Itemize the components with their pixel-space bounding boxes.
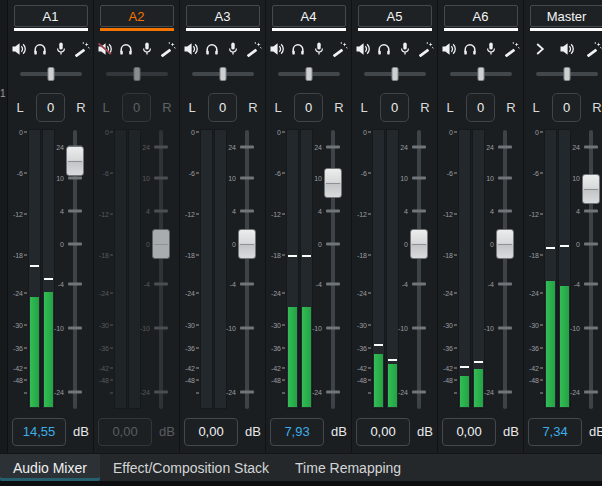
balance-spinbox[interactable]: 0 — [552, 93, 581, 122]
mute-icon[interactable] — [11, 41, 27, 57]
meter-scale-label — [109, 390, 113, 397]
pan-slider[interactable] — [192, 67, 254, 81]
track-label-button[interactable]: A5 — [358, 5, 432, 27]
volume-fader[interactable]: 241040-4-10-24 — [139, 129, 179, 410]
fader-scale-label: 0 — [490, 240, 494, 247]
record-icon[interactable] — [483, 41, 499, 57]
effects-icon[interactable] — [332, 41, 348, 57]
pan-slider-handle[interactable] — [133, 67, 140, 81]
pan-slider-handle[interactable] — [219, 67, 226, 81]
solo-icon[interactable] — [462, 41, 478, 57]
record-icon[interactable] — [139, 41, 155, 57]
mute-icon[interactable] — [355, 41, 371, 57]
fader-track[interactable] — [245, 130, 249, 409]
solo-icon[interactable] — [376, 41, 392, 57]
volume-value-input[interactable]: 0,00 — [98, 418, 152, 446]
volume-fader-handle[interactable] — [324, 168, 342, 198]
effects-icon[interactable] — [418, 41, 434, 57]
pan-slider-handle[interactable] — [563, 67, 570, 81]
pan-slider[interactable] — [536, 67, 598, 81]
volume-fader[interactable]: 241040-4-10-24 — [53, 129, 93, 410]
fader-tick — [240, 282, 254, 285]
fader-track[interactable] — [417, 130, 421, 409]
volume-fader[interactable]: 241040-4-10-24 — [569, 129, 602, 410]
volume-fader[interactable]: 241040-4-10-24 — [483, 129, 523, 410]
volume-value-input[interactable]: 7,34 — [528, 418, 582, 446]
balance-spinbox[interactable]: 0 — [122, 93, 151, 122]
effects-icon[interactable] — [74, 41, 90, 57]
balance-spinbox[interactable]: 0 — [466, 93, 495, 122]
fader-tick — [154, 391, 168, 394]
mixer-strip: A2 L 0 R 0-6-12-18-24-30-36-42-48 241040… — [94, 0, 180, 453]
pan-slider-handle[interactable] — [477, 67, 484, 81]
volume-fader-handle[interactable] — [238, 229, 256, 259]
track-underline — [358, 28, 432, 31]
track-label-button[interactable]: A2 — [100, 5, 174, 27]
track-label-button[interactable]: A6 — [444, 5, 518, 27]
track-header: A3 — [186, 5, 260, 31]
solo-icon[interactable] — [32, 41, 48, 57]
tab-time-remapping[interactable]: Time Remapping — [282, 454, 414, 481]
pan-slider[interactable] — [106, 67, 168, 81]
mute-icon[interactable] — [441, 41, 457, 57]
volume-value-input[interactable]: 7,93 — [270, 418, 324, 446]
solo-icon[interactable] — [204, 41, 220, 57]
meter-scale-label: -42 — [443, 365, 457, 372]
pan-slider-handle[interactable] — [305, 67, 312, 81]
volume-fader[interactable]: 241040-4-10-24 — [311, 129, 351, 410]
effects-icon[interactable] — [504, 41, 520, 57]
fader-track[interactable] — [503, 130, 507, 409]
tab-effect-composition-stack[interactable]: Effect/Composition Stack — [100, 454, 282, 481]
fader-track[interactable] — [589, 130, 593, 409]
collapse-icon[interactable] — [532, 41, 548, 57]
volume-fader[interactable]: 241040-4-10-24 — [397, 129, 437, 410]
volume-fader-handle[interactable] — [410, 229, 428, 259]
volume-fader-handle[interactable] — [66, 146, 84, 176]
tab-audio-mixer[interactable]: Audio Mixer — [0, 454, 100, 481]
volume-value: 0,00 — [112, 424, 137, 439]
solo-icon[interactable] — [290, 41, 306, 57]
record-icon[interactable] — [397, 41, 413, 57]
pan-slider[interactable] — [364, 67, 426, 81]
pan-slider[interactable] — [450, 67, 512, 81]
volume-value-input[interactable]: 0,00 — [356, 418, 410, 446]
pan-slider-handle[interactable] — [391, 67, 398, 81]
fader-scale-label: 0 — [318, 240, 322, 247]
volume-fader-handle[interactable] — [152, 229, 170, 259]
meter-scale-label: -12 — [185, 210, 199, 217]
balance-spinbox[interactable]: 0 — [380, 93, 409, 122]
pan-slider[interactable] — [20, 67, 82, 81]
track-label-button[interactable]: A4 — [272, 5, 346, 27]
record-icon[interactable] — [311, 41, 327, 57]
track-label-button[interactable]: A1 — [14, 5, 88, 27]
effects-icon[interactable] — [246, 41, 262, 57]
record-icon[interactable] — [53, 41, 69, 57]
volume-fader-handle[interactable] — [496, 229, 514, 259]
mute-icon[interactable] — [269, 41, 285, 57]
pan-slider[interactable] — [278, 67, 340, 81]
mute-icon[interactable] — [97, 41, 113, 57]
pan-slider-handle[interactable] — [47, 67, 54, 81]
meter-scale-label — [539, 390, 543, 397]
record-icon[interactable] — [225, 41, 241, 57]
balance-spinbox[interactable]: 0 — [208, 93, 237, 122]
volume-fader[interactable]: 241040-4-10-24 — [225, 129, 265, 410]
mute-icon[interactable] — [559, 41, 575, 57]
fader-tick — [240, 145, 254, 148]
balance-value: 0 — [391, 100, 398, 115]
solo-icon[interactable] — [118, 41, 134, 57]
track-label-button[interactable]: A3 — [186, 5, 260, 27]
volume-value-input[interactable]: 0,00 — [184, 418, 238, 446]
volume-fader-handle[interactable] — [582, 174, 600, 204]
effects-icon[interactable] — [160, 41, 176, 57]
balance-spinbox[interactable]: 0 — [36, 93, 65, 122]
balance-value: 0 — [219, 100, 226, 115]
volume-value-input[interactable]: 0,00 — [442, 418, 496, 446]
effects-icon[interactable] — [586, 41, 602, 57]
volume-value-input[interactable]: 14,55 — [12, 418, 66, 446]
fader-track[interactable] — [159, 130, 163, 409]
track-label-button[interactable]: Master — [530, 5, 602, 27]
mute-icon[interactable] — [183, 41, 199, 57]
balance-spinbox[interactable]: 0 — [294, 93, 323, 122]
balance-value: 0 — [305, 100, 312, 115]
